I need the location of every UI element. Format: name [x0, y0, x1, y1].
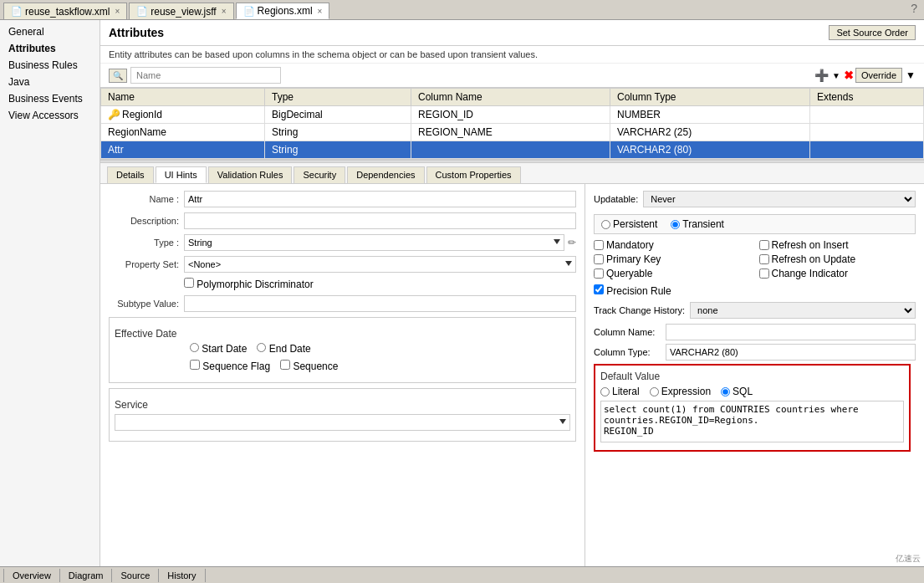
track-change-row: Track Change History: none: [594, 302, 916, 319]
primary-key-checkbox-label[interactable]: Primary Key: [594, 253, 751, 265]
search-icon-button[interactable]: 🔍: [109, 69, 127, 83]
track-change-select[interactable]: none: [690, 302, 916, 319]
sidebar-item-java[interactable]: Java: [0, 74, 100, 90]
add-attribute-button[interactable]: ➕: [814, 69, 829, 82]
table-row[interactable]: RegionName String REGION_NAME VARCHAR2 (…: [101, 124, 924, 141]
updatable-select[interactable]: Never Always While New: [643, 191, 916, 207]
table-row[interactable]: 🔑RegionId BigDecimal REGION_ID NUMBER: [101, 106, 924, 124]
transient-radio-label[interactable]: Transient: [671, 218, 724, 230]
tab-label: reuse_view.jsff: [151, 6, 217, 18]
add-dropdown-arrow[interactable]: ▼: [832, 71, 840, 80]
subtype-input[interactable]: [184, 295, 576, 312]
mandatory-checkbox[interactable]: [594, 240, 604, 250]
default-value-box: Default Value Literal Expression: [594, 364, 911, 452]
tab-regions[interactable]: 📄 Regions.xml ×: [236, 3, 330, 19]
transient-label: Transient: [682, 218, 724, 230]
change-indicator-checkbox[interactable]: [759, 268, 769, 279]
subtype-label: Subtype Value:: [109, 299, 184, 309]
type-edit-icon[interactable]: ✏: [568, 237, 576, 248]
persistent-label: Persistent: [613, 218, 657, 230]
change-indicator-checkbox-label[interactable]: Change Indicator: [759, 268, 916, 279]
tab-close-regions[interactable]: ×: [318, 7, 323, 16]
set-source-order-button[interactable]: Set Source Order: [829, 25, 916, 40]
sql-radio[interactable]: [721, 387, 730, 396]
polymorphic-checkbox[interactable]: [184, 278, 194, 288]
cell-name: 🔑RegionId: [101, 106, 265, 124]
precision-rule-checkbox-label[interactable]: Precision Rule: [594, 285, 671, 297]
queryable-checkbox[interactable]: [594, 268, 604, 279]
delete-attribute-button[interactable]: ✖: [844, 69, 854, 82]
sequence-flag-checkbox-label[interactable]: Sequence Flag: [190, 360, 270, 372]
bottom-tab-source[interactable]: Source: [112, 569, 159, 582]
search-input[interactable]: [130, 67, 281, 84]
col-header-column-type: Column Type: [610, 89, 810, 106]
tab-close-view[interactable]: ×: [222, 7, 227, 16]
xml-icon-2: 📄: [243, 6, 255, 17]
tab-custom-properties[interactable]: Custom Properties: [426, 166, 521, 183]
tab-dependencies[interactable]: Dependencies: [347, 166, 424, 183]
tab-security[interactable]: Security: [294, 166, 345, 183]
sequence-flag-label: Sequence Flag: [202, 361, 270, 372]
cell-name: RegionName: [101, 124, 265, 141]
precision-rule-row: Precision Rule: [594, 284, 916, 297]
sidebar-item-attributes[interactable]: Attributes: [0, 40, 100, 57]
col-type-input[interactable]: [666, 344, 916, 361]
primary-key-checkbox[interactable]: [594, 254, 604, 264]
tab-reuse-view[interactable]: 📄 reuse_view.jsff ×: [129, 3, 233, 19]
sidebar-item-business-rules[interactable]: Business Rules: [0, 57, 100, 74]
col-name-input[interactable]: [666, 324, 916, 340]
sidebar-item-view-accessors[interactable]: View Accessors: [0, 107, 100, 124]
start-date-radio-label[interactable]: Start Date: [190, 343, 247, 355]
tab-reuse-taskflow[interactable]: 📄 reuse_taskflow.xml ×: [3, 3, 127, 19]
expression-radio[interactable]: [650, 387, 659, 396]
sidebar-item-business-events[interactable]: Business Events: [0, 90, 100, 107]
effective-date-header: Effective Date: [115, 328, 570, 340]
persistent-radio[interactable]: [601, 220, 610, 229]
transient-radio[interactable]: [671, 220, 680, 229]
tab-ui-hints[interactable]: UI Hints: [156, 166, 207, 183]
service-select[interactable]: [115, 414, 570, 431]
name-input[interactable]: [184, 191, 576, 207]
literal-radio-label[interactable]: Literal: [600, 386, 640, 397]
polymorphic-checkbox-label[interactable]: Polymorphic Discriminator: [184, 278, 314, 290]
expression-radio-label[interactable]: Expression: [650, 386, 711, 397]
end-date-radio-label[interactable]: End Date: [257, 343, 310, 355]
sidebar-item-general[interactable]: General: [0, 23, 100, 40]
refresh-on-update-checkbox-label[interactable]: Refresh on Update: [759, 253, 916, 265]
default-value-textarea[interactable]: select count(1) from COUNTRIES countries…: [600, 401, 904, 442]
table-row-selected[interactable]: Attr String VARCHAR2 (80): [101, 141, 924, 159]
refresh-on-insert-checkbox[interactable]: [759, 240, 769, 250]
search-toolbar: 🔍 ➕ ▼ ✖ Override ▼: [100, 64, 924, 88]
literal-radio[interactable]: [600, 387, 610, 396]
bottom-tab-history[interactable]: History: [159, 569, 205, 582]
refresh-on-update-checkbox[interactable]: [759, 254, 769, 264]
cell-type: String: [265, 124, 411, 141]
end-date-radio[interactable]: [257, 343, 266, 352]
service-section: Service: [109, 388, 576, 442]
refresh-on-insert-checkbox-label[interactable]: Refresh on Insert: [759, 239, 916, 251]
tab-validation-rules[interactable]: Validation Rules: [208, 166, 293, 183]
tab-close-taskflow[interactable]: ×: [115, 7, 120, 16]
precision-rule-checkbox[interactable]: [594, 284, 604, 294]
sequence-checkbox-label[interactable]: Sequence: [280, 360, 338, 372]
property-set-select[interactable]: <None>: [184, 256, 576, 273]
description-input[interactable]: [184, 212, 576, 229]
override-dropdown-arrow[interactable]: ▼: [906, 69, 916, 81]
persistent-radio-label[interactable]: Persistent: [601, 218, 657, 230]
queryable-checkbox-label[interactable]: Queryable: [594, 268, 751, 279]
effective-date-section: Effective Date Start Date End Date: [109, 317, 576, 383]
sql-radio-label[interactable]: SQL: [721, 386, 753, 397]
mandatory-checkbox-label[interactable]: Mandatory: [594, 239, 751, 251]
start-date-radio[interactable]: [190, 343, 199, 352]
bottom-tab-overview[interactable]: Overview: [3, 569, 60, 582]
sequence-flag-checkbox[interactable]: [190, 360, 200, 370]
tab-details[interactable]: Details: [107, 166, 154, 183]
type-select[interactable]: String BigDecimal Integer: [184, 234, 564, 251]
col-name-label: Column Name:: [594, 327, 661, 337]
help-icon[interactable]: ?: [911, 2, 917, 15]
override-button[interactable]: Override: [855, 68, 902, 83]
bottom-tab-diagram[interactable]: Diagram: [60, 569, 113, 582]
expression-label: Expression: [661, 386, 711, 397]
sequence-checkbox[interactable]: [280, 360, 290, 370]
literal-label: Literal: [612, 386, 640, 397]
